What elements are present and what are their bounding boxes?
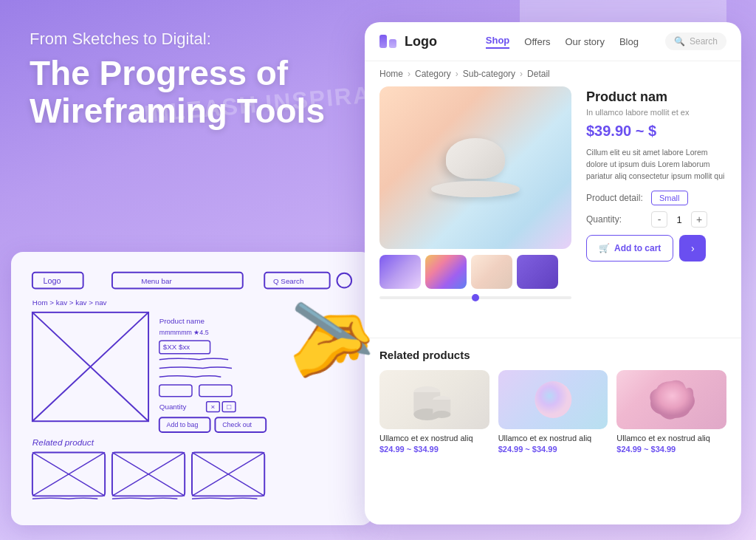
mockup-search-box[interactable]: 🔍 Search — [665, 33, 726, 50]
breadcrumb-category[interactable]: Category — [415, 69, 451, 79]
cart-icon: 🛒 — [599, 243, 610, 253]
svg-rect-15 — [159, 385, 192, 397]
svg-text:Menu bar: Menu bar — [141, 277, 172, 285]
related-grid: Ullamco et ex nostrud aliq $24.99 ~ $34.… — [379, 370, 726, 454]
digital-mockup: Logo Shop Offers Our story Blog 🔍 Search… — [365, 22, 741, 524]
product-thumbnails — [379, 255, 571, 289]
svg-point-42 — [535, 381, 571, 418]
product-description: Cillum elit eu sit amet labore Lorem dol… — [586, 147, 726, 182]
image-slider[interactable] — [379, 296, 571, 299]
article-subtitle: From Sketches to Digital: — [30, 30, 325, 49]
svg-point-41 — [433, 411, 450, 418]
nav-link-offers[interactable]: Offers — [524, 36, 550, 47]
mockup-navbar: Logo Shop Offers Our story Blog 🔍 Search — [365, 22, 741, 61]
breadcrumb-subcategory[interactable]: Sub-category — [463, 69, 515, 79]
product-subtitle: In ullamco labore mollit et ex — [586, 108, 726, 117]
svg-rect-2 — [112, 273, 243, 289]
quantity-plus-btn[interactable]: + — [691, 211, 707, 228]
product-name: Product nam — [586, 89, 726, 105]
related-card-2[interactable]: Ullamco et ex nostrud aliq $24.99 ~ $34.… — [498, 370, 608, 454]
quantity-label: Quantity: — [586, 214, 645, 225]
product-section: Product nam In ullamco labore mollit et … — [365, 86, 741, 338]
nav-link-shop[interactable]: Shop — [486, 35, 510, 49]
related-image-1 — [379, 370, 489, 429]
svg-text:Hom > kav > kav > nav: Hom > kav > kav > nav — [32, 298, 107, 307]
related-card-1[interactable]: Ullamco et ex nostrud aliq $24.99 ~ $34.… — [379, 370, 489, 454]
breadcrumb: Home › Category › Sub-category › Detail — [365, 61, 741, 86]
svg-text:Quantity: Quantity — [159, 403, 187, 411]
nav-link-blog[interactable]: Blog — [619, 36, 639, 47]
mockup-logo: Logo — [379, 34, 437, 49]
add-to-cart-label: Add to cart — [614, 243, 661, 253]
related-name-2: Ullamco et ex nostrud aliq — [498, 434, 608, 442]
logo-icon-left-bar — [379, 35, 387, 48]
related-price-1: $24.99 ~ $34.99 — [379, 445, 489, 454]
quantity-control: - 1 + — [651, 211, 707, 228]
detail-label: Product detail: — [586, 193, 645, 203]
related-name-1: Ullamco et ex nostrud aliq — [379, 434, 489, 442]
breadcrumb-detail: Detail — [527, 69, 550, 79]
related-price-2: $24.99 ~ $34.99 — [498, 445, 608, 454]
hat-top — [446, 138, 505, 179]
quantity-row: Quantity: - 1 + — [586, 211, 726, 228]
related-title: Related products — [379, 349, 726, 361]
add-to-cart-button[interactable]: 🛒 Add to cart — [586, 235, 673, 262]
thumbnail-1[interactable] — [379, 255, 421, 289]
buy-now-button[interactable]: › — [679, 235, 706, 262]
hat-brim — [431, 181, 520, 197]
quantity-value: 1 — [672, 214, 687, 225]
search-placeholder: Search — [690, 36, 718, 47]
buy-icon: › — [691, 242, 695, 254]
product-main-image — [379, 86, 571, 249]
svg-rect-16 — [199, 385, 232, 397]
article-title: The Progress of Wireframing Tools — [30, 55, 325, 129]
thumbnail-4[interactable] — [517, 255, 558, 289]
product-price: $39.90 ~ $ — [586, 123, 726, 140]
svg-text:Related product: Related product — [32, 437, 94, 447]
svg-text:mmmmmm ★4.5: mmmmmm ★4.5 — [159, 329, 209, 336]
breadcrumb-sep-1: › — [408, 69, 410, 79]
left-text-block: From Sketches to Digital: The Progress o… — [30, 30, 325, 129]
related-image-3 — [616, 370, 726, 429]
product-3d-image — [431, 138, 520, 197]
product-info-column: Product nam In ullamco labore mollit et … — [586, 86, 726, 338]
search-icon: 🔍 — [674, 36, 685, 47]
logo-icon-right-bar — [389, 39, 396, 48]
add-to-cart-row: 🛒 Add to cart › — [586, 235, 726, 262]
product-image-column — [379, 86, 571, 338]
related-card-3[interactable]: Ullamco et ex nostrud aliq $24.99 ~ $34.… — [616, 370, 726, 454]
svg-text:Check out: Check out — [222, 421, 252, 428]
thumbnail-3[interactable] — [471, 255, 512, 289]
svg-text:$XX  $xx: $XX $xx — [163, 343, 190, 351]
thumbnail-2[interactable] — [425, 255, 467, 289]
related-section: Related products Ullamco et ex nostrud a… — [365, 338, 741, 464]
quantity-minus-btn[interactable]: - — [651, 211, 667, 228]
breadcrumb-sep-2: › — [456, 69, 458, 79]
svg-text:Q Search: Q Search — [273, 277, 303, 285]
related-price-3: $24.99 ~ $34.99 — [616, 445, 726, 454]
svg-text:×: × — [211, 403, 216, 411]
nav-links: Shop Offers Our story Blog — [486, 35, 639, 49]
svg-text:□: □ — [227, 403, 231, 411]
svg-text:Add to bag: Add to bag — [167, 421, 199, 428]
svg-text:Logo: Logo — [44, 276, 61, 285]
product-detail-row: Product detail: Small — [586, 191, 726, 205]
slider-dot — [472, 294, 479, 301]
logo-icon — [379, 34, 400, 49]
size-small-btn[interactable]: Small — [651, 191, 688, 205]
breadcrumb-home[interactable]: Home — [379, 69, 403, 79]
nav-link-ourstory[interactable]: Our story — [565, 36, 604, 47]
breadcrumb-sep-3: › — [520, 69, 523, 79]
logo-text: Logo — [405, 34, 437, 49]
svg-text:Product name: Product name — [159, 317, 205, 325]
related-image-2 — [498, 370, 608, 429]
related-name-3: Ullamco et ex nostrud aliq — [616, 434, 726, 442]
